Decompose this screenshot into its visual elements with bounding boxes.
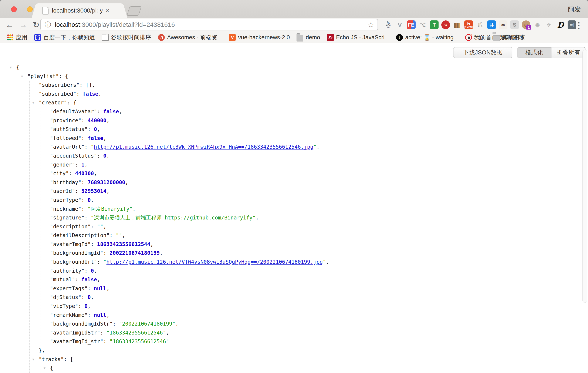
html5-player-icon[interactable]: 5PLAYER [464, 21, 473, 29]
browser-menu-icon[interactable]: ⋮ [575, 21, 583, 30]
json-punct: , [91, 197, 94, 203]
json-link[interactable]: http://p1.music.126.net/tc3Wk_XNPmwiR4hx… [94, 144, 314, 150]
bookmark-item[interactable]: JSEcho JS - JavaScri... [327, 34, 389, 41]
qr-code-icon[interactable]: ▦ [453, 21, 462, 29]
json-key: "tracks" [39, 356, 64, 362]
format-button[interactable]: 格式化 [517, 47, 551, 58]
new-tab-button[interactable] [127, 6, 142, 16]
tab-title-fade [91, 6, 100, 16]
tampermonkey-icon[interactable]: T [430, 21, 439, 29]
json-key: "authority" [50, 268, 84, 274]
json-value: 768931200000 [88, 179, 125, 185]
forward-button[interactable]: → [19, 21, 27, 29]
bookmark-label: active: ⌛ - waiting... [405, 34, 458, 41]
bookmarks-overflow-icon[interactable]: » [481, 34, 484, 41]
bird-icon[interactable]: ✈ [545, 21, 553, 29]
monkey-icon[interactable]: ☺1 [522, 21, 530, 29]
json-key: "vipType" [50, 303, 78, 309]
json-punct: : [91, 224, 97, 230]
bookmark-item[interactable]: Vvue-hackernews-2.0 [229, 34, 290, 41]
json-value: 0 [84, 303, 88, 309]
json-link[interactable]: http://p1.music.126.net/VTW4vsN08vwL3uSQ… [106, 259, 323, 265]
url-text[interactable]: localhost:3000/playlist/detail?id=243816… [55, 21, 175, 28]
browser-window: localhost:3000/playlist/detail? × 阿发 ← →… [0, 0, 588, 373]
json-string: "2002210674180199" [119, 321, 176, 327]
collapse-arrow-icon[interactable]: ▼ [21, 72, 23, 81]
json-punct: : [103, 250, 110, 256]
translate-icon[interactable]: 英en [384, 21, 393, 29]
json-line: "description": "", [50, 222, 329, 231]
json-punct: , [103, 135, 106, 141]
json-value: 1 [81, 162, 84, 168]
json-punct: : [69, 170, 75, 177]
bookmarks-bar: 应用百度一下，你就知道谷歌按时间排序AAwesomes - 前端资...Vvue… [0, 32, 588, 43]
bookmark-item[interactable]: ↓active: ⌛ - waiting... [396, 34, 458, 41]
bookmark-item[interactable]: 百度一下，你就知道 [34, 34, 95, 41]
browser-tab[interactable]: localhost:3000/playlist/detail? × [38, 3, 121, 18]
json-punct: : [81, 179, 88, 185]
download-json-button[interactable]: 下载JSON数据 [453, 47, 512, 58]
collapse-arrow-icon[interactable]: ▼ [32, 98, 34, 107]
other-bookmarks-button[interactable]: 其他书签 [493, 34, 525, 41]
bookmark-label: Echo JS - JavaScri... [336, 34, 389, 41]
back-button[interactable]: ← [6, 21, 14, 29]
json-punct: : [64, 356, 70, 362]
bookmark-item[interactable]: 谷歌按时间排序 [102, 34, 151, 41]
json-value: 18633423556612544 [97, 241, 150, 247]
bookmark-item[interactable]: demo [296, 33, 320, 42]
bookmark-star-icon[interactable]: ☆ [368, 21, 374, 28]
fast-forward-icon[interactable]: » [441, 21, 450, 29]
tab-close-icon[interactable]: × [105, 7, 109, 14]
mask-icon[interactable]: ∞ [499, 21, 507, 29]
paw-icon[interactable]: 爪 [476, 21, 484, 29]
json-punct: : [81, 294, 88, 300]
json-punct: : [81, 206, 88, 212]
echojs-icon: JS [327, 34, 334, 41]
json-line: "birthday": 768931200000, [50, 178, 329, 187]
json-key: "description" [50, 224, 91, 230]
collapse-arrow-icon[interactable]: ▼ [43, 364, 45, 373]
sitemap-icon[interactable]: ⌥ [418, 21, 427, 29]
double-chevron-icon[interactable]: ⇊ [487, 21, 496, 29]
fe-icon[interactable]: FE [407, 21, 416, 29]
url-bar[interactable]: ⓘ localhost:3000/playlist/detail?id=2438… [40, 19, 378, 30]
json-value: null [94, 285, 106, 292]
bookmark-item[interactable]: AAwesomes - 前端资... [158, 34, 222, 41]
json-value: 440300 [75, 170, 94, 177]
minimize-window-button[interactable] [27, 6, 33, 12]
folder-icon [296, 35, 303, 42]
d-icon[interactable]: D [556, 21, 565, 29]
collapse-all-button[interactable]: 折叠所有 [551, 47, 585, 58]
json-punct: , [175, 321, 178, 327]
json-punct: { [65, 73, 68, 79]
s-icon[interactable]: S [510, 21, 519, 29]
json-punct: , [97, 126, 100, 132]
json-value: 32953014 [81, 188, 106, 194]
close-window-button[interactable] [11, 6, 17, 12]
json-string: "18633423556612546" [106, 330, 166, 336]
json-key: "djStatus" [50, 294, 81, 300]
json-line: }, [39, 346, 329, 355]
json-punct: }, [39, 347, 45, 353]
json-punct: : [75, 162, 81, 168]
json-line: "defaultAvatar": false, [50, 107, 329, 116]
extension-glyph: ⌥ [420, 22, 426, 27]
info-icon[interactable]: ⓘ [45, 21, 51, 28]
json-value: false [83, 91, 98, 97]
profile-name[interactable]: 阿发 [568, 5, 581, 14]
json-line: "avatarUrl": "http://p1.music.126.net/tc… [50, 142, 329, 151]
bookmark-item[interactable]: 应用 [7, 34, 27, 41]
vue-icon: V [229, 34, 236, 41]
json-punct: { [50, 365, 53, 371]
vue-devtools-icon[interactable]: V [395, 21, 404, 29]
json-line: "userType": 0, [50, 196, 329, 204]
collapse-arrow-icon[interactable]: ▼ [10, 63, 12, 72]
json-string: "深圳市爱猫人士，前端工程师 https://github.com/Binary… [91, 214, 256, 221]
json-children: ▼{ [41, 364, 329, 373]
collapse-arrow-icon[interactable]: ▼ [32, 355, 34, 364]
page-icon [102, 34, 109, 41]
reload-button[interactable]: ↻ [33, 21, 40, 29]
json-punct: , [256, 214, 259, 221]
vertical-scrollbar[interactable] [582, 50, 587, 303]
weibo-gray-icon[interactable]: ◉ [533, 21, 542, 29]
